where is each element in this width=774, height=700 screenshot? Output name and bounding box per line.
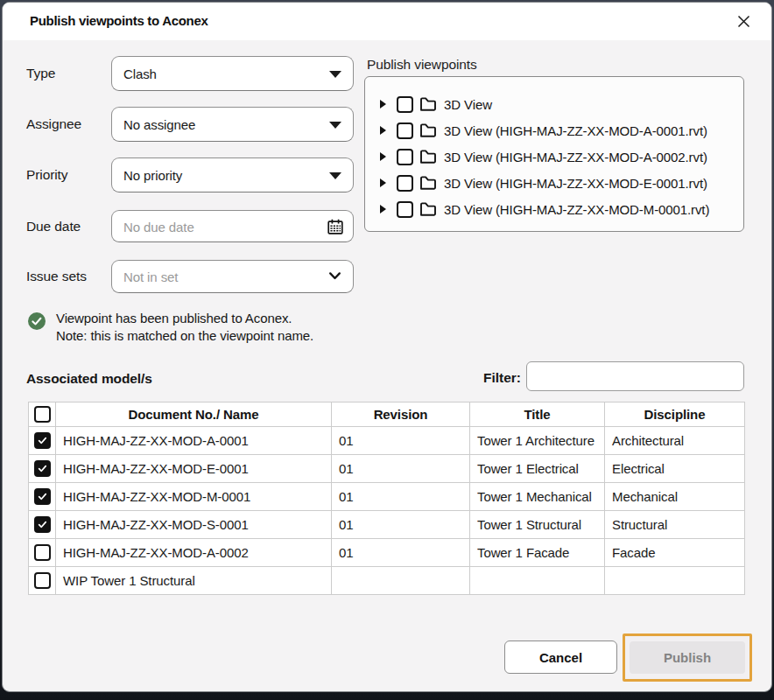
associated-models-label: Associated model/s	[26, 371, 152, 387]
publish-viewpoints-label: Publish viewpoints	[367, 57, 477, 73]
select-all-checkbox[interactable]	[34, 406, 51, 423]
model-row: HIGH-MAJ-ZZ-XX-MOD-A-000201Tower 1 Facad…	[29, 539, 745, 567]
status-note: Viewpoint has been published to Aconex. …	[56, 310, 313, 344]
model-checkbox[interactable]	[34, 516, 51, 533]
assignee-value: No assignee	[123, 117, 195, 132]
model-check-cell	[29, 427, 56, 455]
model-cell: Facade	[605, 539, 745, 567]
model-cell: 01	[332, 455, 470, 483]
viewpoint-tree-row: 3D View (HIGH-MAJ-ZZ-XX-MOD-A-0001.rvt)	[365, 117, 743, 144]
model-cell: HIGH-MAJ-ZZ-XX-MOD-A-0002	[56, 539, 332, 567]
folder-icon	[419, 96, 437, 112]
viewpoints-tree: 3D View3D View (HIGH-MAJ-ZZ-XX-MOD-A-000…	[364, 76, 744, 232]
viewpoint-checkbox[interactable]	[397, 149, 413, 165]
model-cell: Mechanical	[605, 483, 745, 511]
checkmark-icon	[36, 462, 49, 475]
model-cell: WIP Tower 1 Structural	[56, 567, 332, 595]
tree-expander-icon[interactable]	[380, 205, 386, 214]
model-checkbox[interactable]	[34, 544, 51, 561]
screen: { "dialog": { "title": "Publish viewpoin…	[0, 0, 774, 700]
model-cell: Electrical	[605, 455, 745, 483]
model-cell	[332, 567, 470, 595]
tree-expander-icon[interactable]	[380, 126, 386, 135]
model-cell: Tower 1 Mechanical	[470, 483, 605, 511]
model-checkbox[interactable]	[34, 460, 51, 477]
model-cell: HIGH-MAJ-ZZ-XX-MOD-E-0001	[56, 455, 332, 483]
type-value: Clash	[123, 66, 157, 81]
model-cell: Tower 1 Structural	[470, 511, 605, 539]
checkmark-icon	[36, 490, 49, 503]
viewpoint-checkbox[interactable]	[397, 96, 413, 113]
model-cell: HIGH-MAJ-ZZ-XX-MOD-M-0001	[56, 483, 332, 511]
column-header-discipline: Discipline	[605, 402, 745, 427]
field-label-due-date: Due date	[26, 218, 81, 235]
publish-viewpoints-dialog: Publish viewpoints to Aconex TypeClashAs…	[2, 2, 772, 692]
models-header-check-cell	[29, 402, 56, 427]
tree-expander-icon[interactable]	[380, 178, 386, 187]
model-checkbox[interactable]	[34, 432, 51, 449]
model-check-cell	[29, 567, 56, 595]
publish-focus-ring: Publish	[623, 634, 752, 682]
model-cell: 01	[332, 511, 470, 539]
tree-expander-icon[interactable]	[380, 100, 386, 108]
viewpoint-label: 3D View	[444, 97, 492, 112]
model-row: HIGH-MAJ-ZZ-XX-MOD-M-000101Tower 1 Mecha…	[29, 483, 745, 511]
issue-sets-value: Not in set	[123, 270, 178, 284]
filter-label: Filter:	[414, 370, 521, 386]
models-table: Document No./ NameRevisionTitleDisciplin…	[28, 402, 745, 595]
viewpoint-tree-row: 3D View (HIGH-MAJ-ZZ-XX-MOD-M-0001.rvt)	[365, 196, 743, 222]
due-date-field[interactable]: No due date	[111, 210, 354, 242]
model-row: HIGH-MAJ-ZZ-XX-MOD-S-000101Tower 1 Struc…	[29, 511, 745, 539]
field-label-priority: Priority	[26, 166, 67, 184]
models-table-header-row: Document No./ NameRevisionTitleDisciplin…	[29, 402, 745, 427]
model-cell: 01	[332, 483, 470, 511]
assignee-dropdown[interactable]: No assignee	[111, 107, 354, 142]
close-icon	[737, 15, 750, 28]
dropdown-arrow-icon	[329, 71, 341, 78]
dialog-title: Publish viewpoints to Aconex	[30, 13, 208, 28]
filter-input[interactable]	[526, 361, 744, 391]
column-header-revision: Revision	[332, 402, 470, 427]
model-cell: HIGH-MAJ-ZZ-XX-MOD-S-0001	[56, 511, 332, 539]
viewpoint-tree-row: 3D View (HIGH-MAJ-ZZ-XX-MOD-A-0002.rvt)	[365, 144, 743, 170]
model-check-cell	[29, 539, 56, 567]
due-date-value: No due date	[123, 219, 194, 234]
model-row: HIGH-MAJ-ZZ-XX-MOD-E-000101Tower 1 Elect…	[29, 455, 745, 483]
column-header-title: Title	[470, 402, 605, 427]
type-dropdown[interactable]: Clash	[111, 56, 354, 91]
close-button[interactable]	[730, 8, 756, 34]
folder-icon	[419, 175, 437, 191]
model-cell: 01	[332, 539, 470, 567]
published-status-icon	[28, 312, 46, 330]
viewpoint-checkbox[interactable]	[397, 201, 413, 218]
priority-value: No priority	[123, 168, 182, 183]
viewpoint-label: 3D View (HIGH-MAJ-ZZ-XX-MOD-A-0001.rvt)	[444, 123, 707, 138]
field-label-assignee: Assignee	[26, 116, 81, 133]
dropdown-arrow-icon	[329, 122, 341, 129]
status-line1: Viewpoint has been published to Aconex.	[56, 310, 313, 327]
issue-sets-dropdown[interactable]: Not in set	[111, 260, 354, 293]
titlebar: Publish viewpoints to Aconex	[3, 3, 771, 40]
viewpoint-checkbox[interactable]	[397, 122, 413, 139]
model-cell: 01	[332, 427, 470, 455]
model-check-cell	[29, 511, 56, 539]
viewpoint-checkbox[interactable]	[397, 175, 413, 192]
dropdown-arrow-icon	[329, 172, 341, 179]
model-cell: Tower 1 Facade	[470, 539, 605, 567]
viewpoint-tree-row: 3D View	[365, 91, 743, 117]
checkmark-icon	[36, 434, 49, 447]
publish-button[interactable]: Publish	[630, 641, 745, 674]
tree-expander-icon[interactable]	[380, 152, 386, 161]
column-header-document-no-name: Document No./ Name	[56, 402, 332, 427]
cancel-button[interactable]: Cancel	[504, 640, 617, 674]
field-label-issue-sets: Issue sets	[26, 268, 87, 285]
model-checkbox[interactable]	[34, 572, 51, 589]
model-cell: Tower 1 Electrical	[470, 455, 605, 483]
viewpoint-label: 3D View (HIGH-MAJ-ZZ-XX-MOD-A-0002.rvt)	[444, 150, 707, 164]
model-cell: Structural	[605, 511, 745, 539]
priority-dropdown[interactable]: No priority	[111, 158, 354, 192]
chevron-down-icon	[329, 272, 341, 280]
calendar-icon	[327, 219, 343, 234]
checkmark-icon	[36, 518, 49, 531]
model-checkbox[interactable]	[34, 488, 51, 505]
